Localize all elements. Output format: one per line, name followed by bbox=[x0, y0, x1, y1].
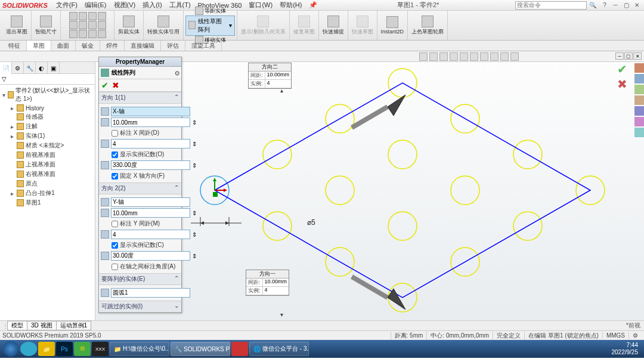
taskbar-app-icon[interactable] bbox=[20, 342, 37, 356]
direction-2-callout[interactable]: 方向二 间距:10.00mm 实例:4 bbox=[248, 63, 292, 89]
direction-icon[interactable] bbox=[101, 198, 109, 206]
close-icon[interactable]: ✕ bbox=[632, 1, 642, 10]
zoom-area-icon[interactable] bbox=[429, 52, 438, 61]
view-palette-tab-icon[interactable] bbox=[634, 95, 644, 105]
tab-direct-edit[interactable]: 直接编辑 bbox=[125, 41, 161, 51]
collapse-icon[interactable]: ⌃ bbox=[174, 184, 179, 193]
plane-tool-icon[interactable] bbox=[98, 30, 106, 38]
display-style-icon[interactable] bbox=[470, 52, 478, 61]
line-tool-icon[interactable] bbox=[69, 12, 78, 20]
prev-view-icon[interactable] bbox=[439, 52, 448, 61]
tab-evaluate[interactable]: 评估 bbox=[161, 41, 185, 51]
spline-tool-icon[interactable] bbox=[88, 12, 97, 20]
menu-edit[interactable]: 编辑(E) bbox=[81, 1, 110, 10]
d2-axis-input[interactable] bbox=[111, 197, 190, 207]
tree-item[interactable]: 原点 bbox=[10, 179, 94, 188]
spinner-icon[interactable]: ⇕ bbox=[192, 231, 197, 238]
confirm-sketch-icon[interactable]: ✔ bbox=[617, 62, 627, 76]
taskbar-ps-icon[interactable]: Ps bbox=[56, 342, 73, 356]
d1-angle-input[interactable] bbox=[111, 160, 190, 170]
tab-motion[interactable]: 运动算例1 bbox=[56, 321, 92, 330]
spinner-icon[interactable]: ⇕ bbox=[192, 162, 197, 169]
view-orient-icon[interactable] bbox=[460, 52, 468, 61]
rect-tool-icon[interactable] bbox=[69, 21, 78, 29]
filter-icon[interactable]: ▽ bbox=[2, 76, 7, 82]
diameter-dimension[interactable]: ⌀5 bbox=[307, 218, 315, 227]
text-tool-icon[interactable] bbox=[88, 30, 97, 38]
menu-insert[interactable]: 插入(I) bbox=[139, 1, 165, 10]
cancel-sketch-icon[interactable]: ✖ bbox=[617, 77, 627, 91]
quick-snap-button[interactable]: 快速捕捉 bbox=[321, 15, 346, 36]
help-icon[interactable]: ? bbox=[600, 1, 609, 10]
ellipse-tool-icon[interactable] bbox=[88, 21, 97, 29]
tree-item[interactable]: ▸凸台-拉伸1 bbox=[10, 188, 94, 198]
taskbar-task[interactable]: 🔧 SOLIDWORKS P... bbox=[171, 342, 230, 356]
collapse-icon[interactable]: ⌃ bbox=[174, 275, 179, 283]
d1-dim-checkbox[interactable] bbox=[112, 130, 118, 137]
taskbar-clock[interactable]: 7:442022/9/25 bbox=[608, 342, 642, 356]
d2-spacing-input[interactable] bbox=[111, 208, 190, 218]
tab-weldments[interactable]: 焊件 bbox=[100, 41, 125, 51]
taskbar-app-icon[interactable]: 🍀 bbox=[74, 342, 91, 356]
tab-model[interactable]: 模型 bbox=[7, 321, 27, 330]
tree-item[interactable]: 草图1 bbox=[10, 198, 94, 208]
menu-help[interactable]: 帮助(H) bbox=[276, 1, 305, 10]
tree-item[interactable]: 上视基准面 bbox=[10, 160, 94, 169]
tree-item[interactable]: 右视基准面 bbox=[10, 169, 94, 179]
spinner-icon[interactable]: ⇕ bbox=[192, 141, 197, 147]
appearances-tab-icon[interactable] bbox=[634, 106, 644, 116]
point-tool-icon[interactable] bbox=[98, 21, 106, 29]
smart-dimension-button[interactable]: 智能尺寸 bbox=[33, 15, 58, 36]
tab-surfaces[interactable]: 曲面 bbox=[51, 41, 76, 51]
scene-icon[interactable] bbox=[500, 52, 509, 61]
menu-window[interactable]: 窗口(W) bbox=[245, 1, 276, 10]
taskbar-task[interactable]: 🌐 微信公众平台 - 3... bbox=[249, 342, 309, 356]
custom-props-tab-icon[interactable] bbox=[634, 117, 644, 126]
tab-sketch[interactable]: 草图 bbox=[27, 41, 51, 51]
doc-close-icon[interactable]: ✕ bbox=[633, 52, 642, 60]
d2-rotate-checkbox[interactable] bbox=[112, 264, 118, 270]
d1-fix-checkbox[interactable] bbox=[112, 173, 118, 180]
slot-tool-icon[interactable] bbox=[79, 21, 87, 29]
direction-1-callout[interactable]: 方向一 间距:10.00mm 实例:4 bbox=[246, 270, 289, 296]
convert-button[interactable]: 转换实体引用 bbox=[145, 15, 181, 36]
d2-dim-checkbox[interactable] bbox=[112, 221, 118, 227]
instant2d-button[interactable]: Instant2D bbox=[379, 16, 406, 35]
forum-tab-icon[interactable] bbox=[634, 128, 644, 137]
d2-count-input[interactable] bbox=[111, 230, 190, 239]
tab-3dview[interactable]: 3D 视图 bbox=[27, 321, 57, 330]
d1-show-checkbox[interactable] bbox=[112, 151, 118, 158]
pm-ok-button[interactable]: ✔ bbox=[101, 81, 109, 90]
collapse-icon[interactable]: ⌃ bbox=[174, 94, 179, 102]
tab-render[interactable]: 渲染工具 bbox=[185, 41, 222, 51]
spinner-icon[interactable]: ⇕ bbox=[192, 253, 197, 259]
expand-icon[interactable]: ⌄ bbox=[174, 302, 179, 311]
design-lib-tab-icon[interactable] bbox=[634, 74, 644, 83]
status-units[interactable]: MMGS bbox=[602, 332, 628, 339]
d2-angle-input[interactable] bbox=[111, 251, 190, 261]
spinner-icon[interactable]: ⇕ bbox=[192, 210, 197, 216]
spinner-icon[interactable]: ⇕ bbox=[192, 119, 197, 126]
tree-tab-dimxpert-icon[interactable]: ▣ bbox=[48, 62, 60, 74]
d2-show-checkbox[interactable] bbox=[112, 242, 118, 249]
hide-show-icon[interactable] bbox=[480, 52, 488, 61]
d1-count-input[interactable] bbox=[111, 139, 190, 148]
zoom-fit-icon[interactable] bbox=[419, 52, 428, 61]
trim-button[interactable]: 剪裁实体 bbox=[116, 15, 141, 36]
shaded-contour-button[interactable]: 上色草图轮廓 bbox=[410, 15, 445, 36]
start-button[interactable] bbox=[2, 342, 19, 356]
appearance-icon[interactable] bbox=[490, 52, 499, 61]
tree-tab-config-icon[interactable]: 🔧 bbox=[24, 62, 36, 74]
doc-minimize-icon[interactable]: ─ bbox=[615, 52, 624, 60]
d1-axis-input[interactable] bbox=[111, 107, 190, 116]
doc-restore-icon[interactable]: ▢ bbox=[624, 52, 633, 60]
taskbar-task[interactable]: 📁 H:\微信公众号\0... bbox=[110, 342, 169, 356]
tree-tab-property-icon[interactable]: ⚙ bbox=[12, 62, 24, 74]
tree-tab-display-icon[interactable]: ◐ bbox=[36, 62, 48, 74]
search-input[interactable] bbox=[515, 1, 587, 10]
entities-input[interactable] bbox=[111, 288, 190, 298]
minimize-icon[interactable]: ─ bbox=[611, 1, 620, 10]
d1-spacing-input[interactable] bbox=[111, 117, 190, 127]
arc-tool-icon[interactable] bbox=[98, 12, 106, 20]
file-explorer-tab-icon[interactable] bbox=[634, 85, 644, 94]
